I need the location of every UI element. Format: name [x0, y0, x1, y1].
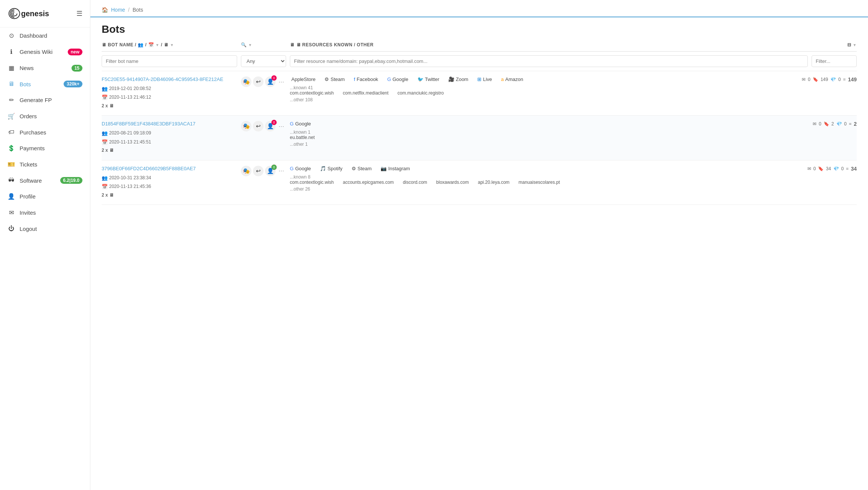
breadcrumb-home[interactable]: Home — [111, 7, 125, 13]
logout-label: Logout — [20, 226, 37, 232]
devices-value: 2 x 🖥 — [102, 191, 114, 200]
score-bookmark-val: 34 — [826, 166, 831, 171]
mask-action-icon[interactable]: 🎭 — [241, 166, 251, 176]
logo-icon — [8, 7, 21, 20]
steam-icon: ⚙ — [324, 76, 329, 82]
resource-item: G Google — [290, 121, 311, 127]
bot-date-created: 👥 2020-08-21 09:18:09 — [102, 129, 237, 137]
resource-item: ⚙ Steam — [352, 166, 372, 171]
hamburger-icon[interactable]: ☰ — [76, 9, 82, 18]
col-score-icon: ⊟ — [847, 42, 851, 47]
sidebar-item-profile[interactable]: 👤Profile — [0, 188, 90, 205]
sidebar-item-invites[interactable]: ✉Invites — [0, 205, 90, 221]
resource-other-item: eu.battle.net — [290, 135, 315, 140]
devices-value: 2 x 🖥 — [102, 102, 114, 110]
bot-date-created: 👥 2019-12-01 20:08:52 — [102, 84, 237, 93]
date-created-value: 2020-10-31 23:38:34 — [109, 174, 151, 182]
score-diamond-icon: 💎 — [836, 121, 842, 127]
sidebar: genesis ☰ ⊙DashboardℹGenesis Wikinew▦New… — [0, 0, 90, 490]
copy-action-icon[interactable]: 👤 0 — [265, 76, 276, 87]
resource-name: Google — [295, 121, 311, 127]
copy-action-icon[interactable]: 👤 0 — [265, 121, 276, 131]
filter-score-input[interactable] — [812, 55, 857, 67]
sidebar-item-generate-fp[interactable]: ✏Generate FP — [0, 92, 90, 108]
score-email-val: 0 — [808, 77, 810, 82]
action-badge-red: 0 — [271, 75, 277, 81]
resource-other-item: discord.com — [403, 180, 427, 185]
more-options-btn[interactable]: ··· — [277, 122, 286, 130]
resource-item: ⊞ Live — [477, 76, 492, 82]
resources-other-count: ...other 26 — [290, 186, 808, 192]
resource-item: 🎥 Zoom — [448, 76, 468, 82]
sidebar-item-payments[interactable]: 💲Payments — [0, 140, 90, 156]
profile-label: Profile — [20, 193, 36, 200]
generate-fp-label: Generate FP — [20, 97, 52, 103]
resources-known-count: ...known 8 — [290, 174, 808, 180]
payments-label: Payments — [20, 145, 45, 151]
mask-action-icon[interactable]: 🎭 — [241, 121, 251, 131]
more-options-btn[interactable]: ··· — [277, 167, 286, 175]
resource-item: AppleStore — [290, 76, 315, 82]
sidebar-item-purchases[interactable]: 🏷Purchases — [0, 124, 90, 140]
sidebar-item-software[interactable]: 🕶Software6.2|19.0 — [0, 172, 90, 188]
bot-name-link[interactable]: 3796BE0F66FD2C4D66029B5F88BE0AE7 — [102, 166, 237, 171]
sidebar-item-orders[interactable]: 🛒Orders — [0, 108, 90, 124]
payments-icon: 💲 — [8, 145, 15, 152]
resource-other-item: accounts.epicgames.com — [343, 180, 394, 185]
copy-action-icon[interactable]: 👤 0 0 — [265, 166, 276, 176]
sidebar-item-news[interactable]: ▦News15 — [0, 60, 90, 76]
refresh-action-icon[interactable]: ↩ — [253, 76, 263, 87]
score-email-icon: ✉ — [807, 166, 811, 171]
bot-name-col: 3796BE0F66FD2C4D66029B5F88BE0AE7 👥 2020-… — [102, 166, 237, 199]
mask-action-icon[interactable]: 🎭 — [241, 76, 251, 87]
resource-item: G Google — [387, 76, 408, 82]
resource-name: Google — [295, 166, 311, 171]
resource-name: Amazon — [505, 76, 523, 82]
purchases-label: Purchases — [20, 129, 46, 136]
resource-other-item: com.manciukic.registro — [397, 90, 444, 96]
score-row: ✉ 0 🔖 34 💎 0 = 34 — [812, 166, 857, 172]
news-icon: ▦ — [8, 64, 15, 72]
twitter-icon: 🐦 — [417, 76, 423, 82]
sort-icon-3[interactable]: ▼ — [248, 43, 252, 47]
score-bookmark-icon: 🔖 — [824, 121, 829, 127]
sidebar-item-genesis-wiki[interactable]: ℹGenesis Wikinew — [0, 44, 90, 60]
filter-dropdown[interactable]: Any — [241, 55, 286, 67]
google-icon: G — [387, 76, 391, 82]
sort-icon-2[interactable]: ▼ — [170, 43, 174, 47]
sidebar-item-bots[interactable]: 🖥Bots320k+ — [0, 76, 90, 92]
bot-score-col: ✉ 0 🔖 149 💎 0 = 149 — [812, 76, 857, 82]
bot-name-link[interactable]: F5C20E55-9414907A-2DB46096-4C959543-8FE2… — [102, 76, 237, 82]
refresh-action-icon[interactable]: ↩ — [253, 166, 263, 176]
bot-name-col: D1854F8BF59E1F43848E3DBF193ACA17 👥 2020-… — [102, 121, 237, 154]
sidebar-item-logout[interactable]: ⏻Logout — [0, 221, 90, 237]
people-icon: 👥 — [102, 129, 108, 137]
google-icon: G — [290, 121, 294, 127]
more-options-btn[interactable]: ··· — [277, 78, 286, 86]
sort-icon-4[interactable]: ▼ — [853, 43, 857, 47]
bots-badge: 320k+ — [64, 81, 82, 87]
bot-actions-col: 🎭 ↩ 👤 0 ··· — [241, 121, 286, 131]
refresh-action-icon[interactable]: ↩ — [253, 121, 263, 131]
bot-name-link[interactable]: D1854F8BF59E1F43848E3DBF193ACA17 — [102, 121, 237, 127]
software-badge: 6.2|19.0 — [60, 177, 82, 184]
page-title: Bots — [90, 17, 868, 38]
bot-meta: 👥 2020-08-21 09:18:09 📅 2020-11-13 21:45… — [102, 129, 237, 154]
col-screen-icon: 🖥 — [164, 42, 169, 47]
resources-other: com.contextlogic.wishcom.netflix.mediacl… — [290, 90, 808, 96]
score-diamond-val: 0 — [844, 121, 847, 127]
score-diamond-val: 0 — [838, 77, 841, 82]
sidebar-item-dashboard[interactable]: ⊙Dashboard — [0, 27, 90, 44]
dashboard-icon: ⊙ — [8, 32, 15, 39]
filter-bot-name-input[interactable] — [102, 55, 237, 67]
bot-score-col: ✉ 0 🔖 2 💎 0 = 2 — [812, 121, 857, 127]
col-header-score: ⊟ ▼ — [812, 42, 857, 47]
score-diamond-icon: 💎 — [833, 166, 839, 171]
sort-icon-1[interactable]: ▼ — [155, 43, 159, 47]
generate-fp-icon: ✏ — [8, 96, 15, 104]
col-group-icon: 👥 — [138, 42, 144, 47]
sidebar-item-tickets[interactable]: 🎫Tickets — [0, 156, 90, 172]
filter-resource-input[interactable] — [290, 55, 808, 67]
people-icon: 👥 — [102, 174, 108, 182]
score-row: ✉ 0 🔖 2 💎 0 = 2 — [812, 121, 857, 127]
